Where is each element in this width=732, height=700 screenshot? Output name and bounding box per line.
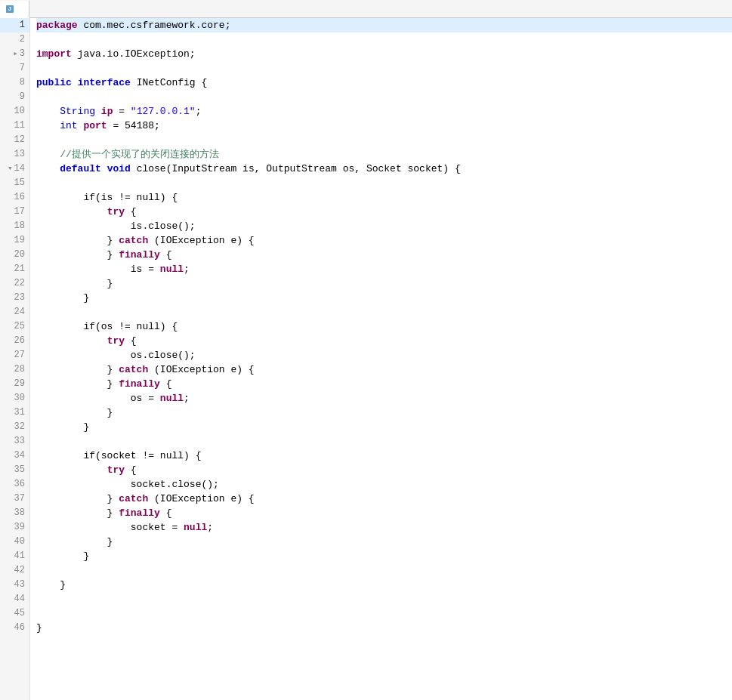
line-number: 7 — [0, 61, 29, 76]
code-line: } catch (IOException e) { — [36, 492, 732, 506]
code-line — [36, 61, 732, 76]
line-number: 39 — [0, 520, 29, 535]
code-line — [36, 90, 732, 104]
code-line — [36, 606, 732, 621]
code-line — [36, 563, 732, 578]
line-number: 34 — [0, 449, 29, 463]
editor-container: J 12▸378910111213▾1415161718192021222324… — [0, 0, 732, 700]
line-number: 18 — [0, 219, 29, 233]
line-number: 40 — [0, 535, 29, 549]
code-line: //提供一个实现了的关闭连接的方法 — [36, 147, 732, 162]
line-number: 37 — [0, 492, 29, 506]
line-number: 10 — [0, 104, 29, 119]
code-line: } — [36, 549, 732, 563]
line-number: 2 — [0, 32, 29, 47]
code-line — [36, 592, 732, 606]
code-line — [36, 305, 732, 319]
code-line: } — [36, 420, 732, 434]
line-number: 28 — [0, 362, 29, 377]
code-line: } finally { — [36, 248, 732, 262]
line-number: 16 — [0, 190, 29, 205]
editor-tab[interactable]: J — [0, 1, 29, 18]
line-number: 17 — [0, 205, 29, 219]
code-line: String ip = "127.0.0.1"; — [36, 104, 732, 119]
code-line: socket = null; — [36, 520, 732, 535]
line-number: 46 — [0, 621, 29, 635]
line-number: 26 — [0, 334, 29, 348]
code-line — [36, 133, 732, 147]
code-line: is = null; — [36, 262, 732, 276]
code-line: } — [36, 578, 732, 592]
code-line: } finally { — [36, 506, 732, 520]
line-number: 1 — [0, 18, 29, 32]
line-number: 36 — [0, 477, 29, 492]
code-line: } — [36, 406, 732, 420]
code-line: package com.mec.csframework.core; — [36, 18, 732, 32]
line-number: 32 — [0, 420, 29, 434]
line-number: 29 — [0, 377, 29, 391]
line-number: 12 — [0, 133, 29, 147]
code-line — [36, 176, 732, 190]
line-number: 19 — [0, 233, 29, 248]
line-number: 33 — [0, 434, 29, 449]
line-number: ▾14 — [0, 162, 29, 176]
line-number: 9 — [0, 90, 29, 104]
line-number: 13 — [0, 147, 29, 162]
line-number: 31 — [0, 406, 29, 420]
code-line: os.close(); — [36, 348, 732, 362]
line-number: 27 — [0, 348, 29, 362]
line-number: 25 — [0, 319, 29, 334]
line-number: 21 — [0, 262, 29, 276]
line-number: 30 — [0, 391, 29, 406]
code-line: if(socket != null) { — [36, 449, 732, 463]
code-line: import java.io.IOException; — [36, 47, 732, 61]
line-number: 11 — [0, 119, 29, 133]
code-line: socket.close(); — [36, 477, 732, 492]
line-numbers-gutter: 12▸378910111213▾141516171819202122232425… — [0, 18, 30, 700]
line-number: 41 — [0, 549, 29, 563]
code-line: } — [36, 621, 732, 635]
code-line: os = null; — [36, 391, 732, 406]
line-number: 38 — [0, 506, 29, 520]
code-line: } — [36, 291, 732, 305]
line-number: 45 — [0, 606, 29, 621]
code-line: try { — [36, 334, 732, 348]
line-number: 35 — [0, 463, 29, 477]
code-line: int port = 54188; — [36, 119, 732, 133]
code-line: if(is != null) { — [36, 190, 732, 205]
line-number: 15 — [0, 176, 29, 190]
code-line: is.close(); — [36, 219, 732, 233]
code-line: } — [36, 535, 732, 549]
code-line: } finally { — [36, 377, 732, 391]
line-number: 22 — [0, 276, 29, 291]
code-line: try { — [36, 205, 732, 219]
line-number: 42 — [0, 563, 29, 578]
tab-bar: J — [0, 0, 732, 18]
line-number: 23 — [0, 291, 29, 305]
line-number: 43 — [0, 578, 29, 592]
code-line: if(os != null) { — [36, 319, 732, 334]
code-line: } catch (IOException e) { — [36, 362, 732, 377]
line-number: 8 — [0, 76, 29, 90]
java-file-icon: J — [6, 5, 14, 13]
code-area: 12▸378910111213▾141516171819202122232425… — [0, 18, 732, 700]
line-number: 20 — [0, 248, 29, 262]
line-number: ▸3 — [0, 47, 29, 61]
line-number: 24 — [0, 305, 29, 319]
code-line: try { — [36, 463, 732, 477]
code-line — [36, 32, 732, 47]
code-line: } catch (IOException e) { — [36, 233, 732, 248]
line-number: 44 — [0, 592, 29, 606]
code-line: public interface INetConfig { — [36, 76, 732, 90]
code-content[interactable]: package com.mec.csframework.core; import… — [30, 18, 732, 700]
code-line — [36, 434, 732, 449]
code-line: default void close(InputStream is, Outpu… — [36, 162, 732, 176]
code-line: } — [36, 276, 732, 291]
